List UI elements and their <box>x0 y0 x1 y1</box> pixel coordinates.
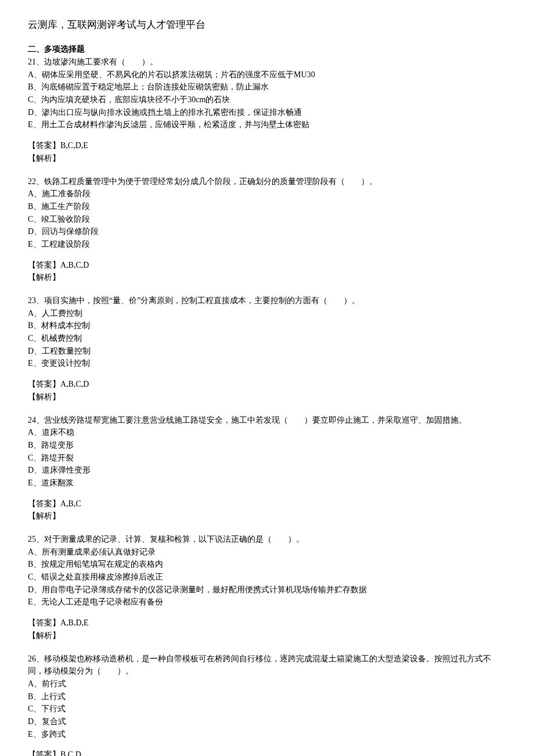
question-block: 25、对于测量成果的记录、计算、复核和检算，以下说法正确的是（ ）。 A、所有测… <box>28 533 506 642</box>
question-option: A、砌体应采用坚硬、不易风化的片石以挤浆法砌筑；片石的强度不应低于MU30 <box>28 69 506 81</box>
question-option: B、按规定用铅笔填写在规定的表格内 <box>28 558 506 571</box>
question-option: E、工程建设阶段 <box>28 238 506 251</box>
analysis-text: 【解析】 <box>28 152 506 165</box>
analysis-text: 【解析】 <box>28 510 506 523</box>
question-option: C、错误之处直接用橡皮涂擦掉后改正 <box>28 571 506 584</box>
answer-text: 【答案】A,B,C,D <box>28 259 506 272</box>
question-block: 22、铁路工程质量管理中为便于管理经常划分成几个阶段，正确划分的质量管理阶段有（… <box>28 175 506 285</box>
question-option: D、工程数量控制 <box>28 345 506 358</box>
question-option: A、所有测量成果必须认真做好记录 <box>28 546 506 559</box>
question-option: E、道床翻浆 <box>28 477 506 489</box>
question-stem: 26、移动模架也称移动造桥机，是一种自带模板可在桥跨间自行移位，逐跨完成混凝土箱… <box>28 653 506 678</box>
question-stem: 21、边坡渗沟施工要求有（ ）。 <box>28 56 506 69</box>
question-block: 21、边坡渗沟施工要求有（ ）。 A、砌体应采用坚硬、不易风化的片石以挤浆法砌筑… <box>28 56 506 165</box>
spacer <box>28 406 506 414</box>
question-stem: 24、营业线旁路堤帮宽施工要注意营业线施工路堤安全，施工中若发现（ ）要立即停止… <box>28 414 506 427</box>
analysis-text: 【解析】 <box>28 271 506 284</box>
question-option: A、道床不稳 <box>28 426 506 439</box>
question-block: 23、项目实施中，按照“量、价”分离原则，控制工程直接成本，主要控制的方面有（ … <box>28 294 506 404</box>
answer-text: 【答案】A,B,C,D <box>28 378 506 391</box>
spacer <box>28 286 506 294</box>
answer-text: 【答案】B,C,D,E <box>28 139 506 152</box>
question-option: E、用土工合成材料作渗沟反滤层，应铺设平顺，松紧适度，并与沟壁土体密贴 <box>28 118 506 131</box>
spacer <box>28 525 506 533</box>
question-option: D、道床弹性变形 <box>28 464 506 477</box>
question-option: C、下行式 <box>28 703 506 715</box>
page-header-title: 云测库，互联网测评考试与人才管理平台 <box>28 17 506 33</box>
question-option: E、变更设计控制 <box>28 357 506 370</box>
question-block: 26、移动模架也称移动造桥机，是一种自带模板可在桥跨间自行移位，逐跨完成混凝土箱… <box>28 653 506 756</box>
answer-text: 【答案】B,C,D <box>28 748 506 756</box>
question-option: E、多跨式 <box>28 728 506 741</box>
question-stem: 25、对于测量成果的记录、计算、复核和检算，以下说法正确的是（ ）。 <box>28 533 506 546</box>
question-stem: 22、铁路工程质量管理中为便于管理经常划分成几个阶段，正确划分的质量管理阶段有（… <box>28 175 506 188</box>
spacer <box>28 167 506 175</box>
question-option: A、前行式 <box>28 678 506 690</box>
question-stem: 23、项目实施中，按照“量、价”分离原则，控制工程直接成本，主要控制的方面有（ … <box>28 294 506 307</box>
answer-text: 【答案】A,B,C <box>28 498 506 510</box>
question-option: C、竣工验收阶段 <box>28 213 506 226</box>
section-heading: 二、多项选择题 <box>28 43 506 56</box>
analysis-text: 【解析】 <box>28 629 506 642</box>
question-option: B、材料成本控制 <box>28 319 506 332</box>
question-option: D、复合式 <box>28 715 506 728</box>
question-option: B、上行式 <box>28 690 506 703</box>
answer-text: 【答案】A,B,D,E <box>28 617 506 629</box>
spacer <box>28 645 506 653</box>
question-option: B、施工生产阶段 <box>28 200 506 213</box>
question-option: B、沟底铺砌应置于稳定地层上；台阶连接处应砌筑密贴，防止漏水 <box>28 81 506 93</box>
question-option: D、回访与保修阶段 <box>28 225 506 238</box>
question-option: A、人工费控制 <box>28 307 506 320</box>
question-option: D、用自带电子记录簿或存储卡的仪器记录测量时，最好配用便携式计算机现场传输并贮存… <box>28 584 506 596</box>
question-block: 24、营业线旁路堤帮宽施工要注意营业线施工路堤安全，施工中若发现（ ）要立即停止… <box>28 414 506 523</box>
question-option: A、施工准备阶段 <box>28 188 506 200</box>
question-option: C、沟内应填充硬块石，底部应填块径不小于30cm的石块 <box>28 93 506 106</box>
question-option: C、路堤开裂 <box>28 452 506 465</box>
question-option: B、路堤变形 <box>28 439 506 452</box>
question-option: C、机械费控制 <box>28 332 506 345</box>
analysis-text: 【解析】 <box>28 391 506 404</box>
question-option: E、无论人工还是电子记录都应有备份 <box>28 596 506 609</box>
question-option: D、渗沟出口应与纵向排水设施或挡土墙上的排水孔紧密衔接，保证排水畅通 <box>28 106 506 119</box>
